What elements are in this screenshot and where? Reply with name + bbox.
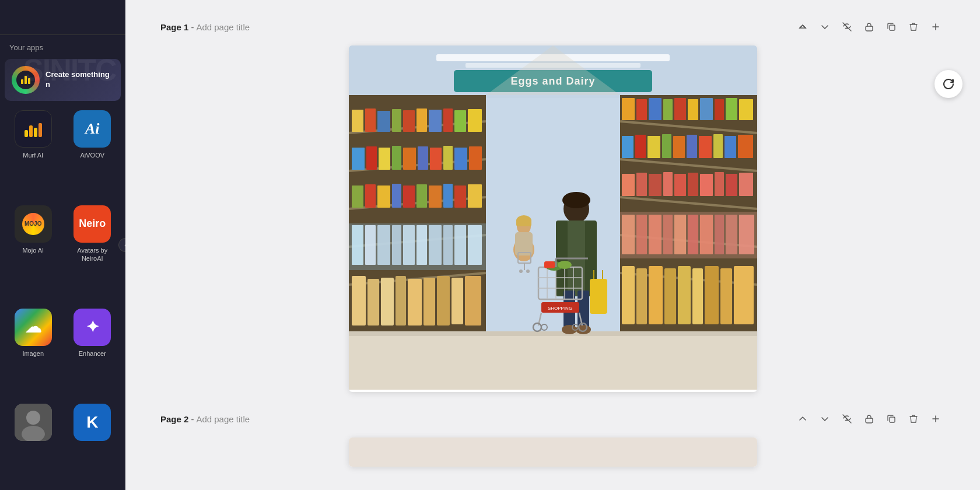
- svg-rect-60: [381, 278, 394, 326]
- app-item-k[interactable]: K: [66, 404, 119, 483]
- svg-rect-108: [674, 215, 686, 254]
- page-2-controls: [793, 410, 945, 428]
- page-delete-button[interactable]: [904, 18, 923, 36]
- svg-rect-29: [379, 148, 390, 170]
- svg-rect-40: [392, 184, 401, 208]
- app-item-aivoov[interactable]: Ai AiVOOV: [66, 110, 119, 198]
- svg-rect-26: [468, 109, 482, 132]
- svg-rect-51: [392, 225, 401, 265]
- page-2-add-title[interactable]: Add page title: [196, 414, 250, 424]
- svg-rect-119: [692, 268, 703, 324]
- svg-rect-116: [649, 266, 663, 324]
- app-item-murf[interactable]: Murf AI: [7, 110, 60, 198]
- svg-rect-83: [622, 136, 634, 158]
- svg-rect-65: [452, 278, 463, 324]
- page-2-hide-button[interactable]: [838, 410, 856, 428]
- page-1-title-row: Page 1 - Add page title: [160, 22, 786, 32]
- app-item-neiro[interactable]: Neiro Avatars by NeiroAI: [66, 205, 119, 302]
- svg-rect-102: [739, 173, 753, 196]
- page-2-lock-button[interactable]: [860, 410, 878, 428]
- page-2-label: Page 2: [160, 414, 188, 424]
- page-2-header: Page 2 - Add page title: [160, 410, 945, 428]
- app-item-imagen[interactable]: ☁ Imagen: [7, 309, 60, 397]
- page-add-button[interactable]: [926, 18, 945, 36]
- neiro-icon: Neiro: [74, 205, 111, 243]
- svg-rect-48: [352, 225, 363, 265]
- app-item-enhancer[interactable]: ✦ Enhancer: [66, 309, 119, 397]
- svg-rect-44: [443, 184, 453, 208]
- page-2-down-button[interactable]: [816, 410, 834, 428]
- svg-rect-54: [429, 225, 442, 265]
- your-apps-label: Your apps: [0, 35, 125, 57]
- page-2-add-button[interactable]: [926, 410, 945, 428]
- svg-rect-39: [377, 186, 390, 208]
- app-label-mojo: Mojo AI: [22, 246, 44, 254]
- svg-point-1: [26, 411, 40, 425]
- page-2-delete-button[interactable]: [904, 410, 923, 428]
- page-1-add-title[interactable]: Add page title: [196, 22, 250, 32]
- svg-rect-167: [866, 418, 873, 423]
- svg-rect-52: [403, 225, 415, 265]
- svg-rect-50: [377, 225, 390, 265]
- enhancer-icon: ✦: [74, 309, 111, 346]
- svg-rect-20: [392, 109, 401, 132]
- svg-rect-109: [688, 215, 698, 254]
- k-icon: K: [74, 404, 111, 441]
- svg-rect-27: [352, 148, 365, 170]
- svg-rect-33: [430, 148, 442, 170]
- svg-rect-124: [349, 331, 757, 336]
- page-down-button[interactable]: [816, 18, 834, 36]
- svg-rect-56: [454, 225, 466, 265]
- svg-rect-18: [365, 108, 376, 132]
- imagen-icon: ☁: [15, 309, 52, 346]
- app-item-mojo[interactable]: MOJO Mojo AI: [7, 205, 60, 302]
- apps-grid: Murf AI Ai AiVOOV MOJO Mojo AI Neiro Ava…: [0, 103, 125, 490]
- svg-rect-75: [649, 98, 662, 120]
- svg-rect-79: [700, 98, 713, 120]
- svg-rect-55: [443, 225, 453, 265]
- svg-rect-37: [352, 186, 363, 208]
- create-something-banner[interactable]: Create something n: [5, 59, 121, 101]
- refresh-button[interactable]: [935, 70, 963, 98]
- svg-rect-4: [890, 25, 895, 30]
- grocery-store-image: Eggs and Dairy: [349, 46, 757, 390]
- svg-point-136: [562, 192, 590, 208]
- svg-rect-3: [866, 26, 873, 31]
- svg-rect-91: [724, 136, 736, 158]
- svg-rect-93: [622, 174, 635, 196]
- page-1-label: Page 1: [160, 22, 188, 32]
- svg-rect-80: [715, 99, 724, 120]
- page-2-up-button[interactable]: [793, 410, 812, 428]
- page-up-button[interactable]: [793, 18, 812, 36]
- svg-rect-24: [443, 108, 453, 132]
- page-lock-button[interactable]: [860, 18, 878, 36]
- page-hide-button[interactable]: [838, 18, 856, 36]
- page-2-canvas-partial: [349, 438, 757, 467]
- page-copy-button[interactable]: [882, 18, 901, 36]
- mojo-icon: MOJO: [15, 205, 52, 243]
- page-2-copy-button[interactable]: [882, 410, 901, 428]
- svg-rect-107: [663, 215, 673, 254]
- svg-rect-32: [418, 146, 428, 170]
- svg-rect-22: [416, 108, 427, 132]
- svg-point-133: [519, 270, 523, 273]
- page-section-2: Page 2 - Add page title: [160, 410, 945, 467]
- murf-icon: [15, 110, 52, 148]
- page-1-header: Page 1 - Add page title: [160, 18, 945, 36]
- svg-rect-118: [678, 266, 691, 324]
- svg-rect-104: [622, 215, 635, 254]
- create-something-text: Create something n: [46, 70, 114, 90]
- svg-rect-101: [726, 174, 737, 196]
- svg-rect-45: [454, 186, 466, 208]
- svg-rect-42: [416, 184, 427, 208]
- svg-rect-86: [662, 134, 671, 158]
- svg-rect-122: [734, 266, 754, 324]
- svg-rect-100: [715, 172, 724, 196]
- svg-rect-88: [687, 135, 697, 158]
- app-item-face[interactable]: [7, 404, 60, 483]
- bar-icon: [24, 76, 27, 84]
- face-icon: [15, 404, 52, 441]
- svg-rect-28: [366, 146, 377, 170]
- svg-rect-85: [648, 136, 660, 158]
- svg-rect-25: [454, 110, 466, 132]
